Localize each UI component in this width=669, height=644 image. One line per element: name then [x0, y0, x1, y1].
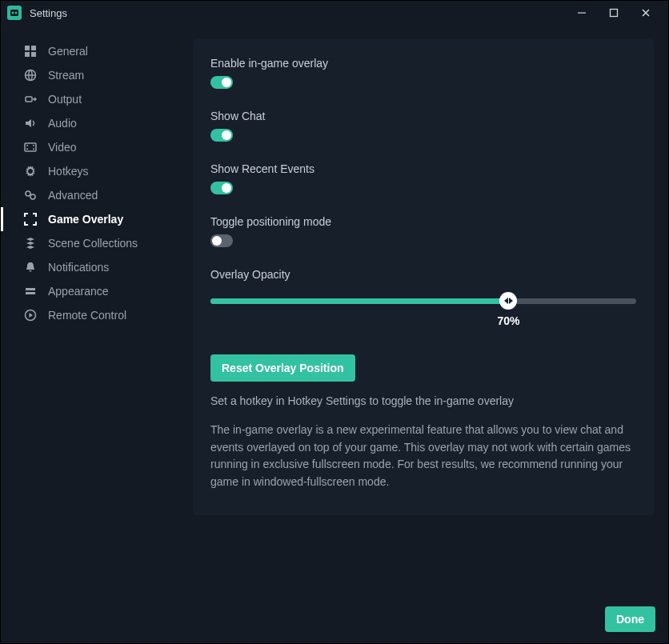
sidebar-item-label: Stream — [48, 69, 84, 82]
sidebar-item-game-overlay[interactable]: Game Overlay — [1, 207, 178, 231]
sidebar-item-label: Appearance — [48, 285, 109, 298]
slider-thumb-icon[interactable] — [499, 292, 517, 310]
svg-rect-11 — [25, 143, 36, 151]
settings-window: Settings General Stream Output Audio — [0, 0, 669, 644]
minimize-button[interactable] — [566, 2, 598, 24]
svg-rect-6 — [31, 46, 36, 50]
sidebar-item-label: Output — [48, 93, 82, 106]
svg-rect-13 — [26, 149, 28, 150]
audio-icon — [24, 117, 37, 130]
sidebar-item-label: Hotkeys — [48, 165, 89, 178]
toggle-positioning-toggle[interactable] — [210, 234, 233, 247]
svg-rect-8 — [31, 52, 36, 57]
svg-rect-14 — [33, 145, 34, 146]
sidebar-item-label: General — [48, 45, 88, 58]
overlay-opacity-label: Overlay Opacity — [210, 268, 636, 281]
done-button[interactable]: Done — [605, 606, 655, 632]
sidebar-item-label: Game Overlay — [48, 213, 123, 226]
svg-rect-10 — [26, 97, 32, 102]
sidebar-item-label: Scene Collections — [48, 237, 138, 250]
show-chat-toggle[interactable] — [210, 129, 233, 142]
sidebar-item-label: Advanced — [48, 189, 98, 202]
sidebar-item-advanced[interactable]: Advanced — [1, 183, 178, 207]
reset-overlay-position-button[interactable]: Reset Overlay Position — [210, 354, 355, 382]
globe-icon — [24, 69, 37, 82]
svg-point-2 — [15, 12, 18, 14]
show-recent-events-toggle[interactable] — [210, 182, 233, 194]
enable-overlay-label: Enable in-game overlay — [210, 57, 636, 70]
titlebar: Settings — [1, 1, 668, 25]
svg-rect-15 — [33, 149, 34, 150]
output-icon — [24, 93, 37, 106]
sidebar-item-output[interactable]: Output — [1, 87, 178, 111]
sidebar-item-general[interactable]: General — [1, 39, 178, 63]
gear-icon — [24, 165, 37, 178]
sidebar: General Stream Output Audio Video Hotkey — [1, 25, 178, 595]
toggle-positioning-label: Toggle positioning mode — [210, 215, 636, 228]
play-circle-icon — [24, 309, 37, 322]
sidebar-item-hotkeys[interactable]: Hotkeys — [1, 159, 178, 183]
sidebar-item-appearance[interactable]: Appearance — [1, 279, 178, 303]
app-icon — [7, 6, 22, 20]
sidebar-item-audio[interactable]: Audio — [1, 111, 178, 135]
show-chat-label: Show Chat — [210, 110, 636, 122]
svg-point-17 — [26, 191, 30, 196]
overlay-description-text: The in-game overlay is a new experimenta… — [210, 422, 636, 491]
svg-rect-4 — [611, 10, 618, 17]
svg-rect-19 — [26, 288, 35, 290]
expand-icon — [24, 213, 37, 226]
settings-panel: Enable in-game overlay Show Chat Show Re… — [193, 39, 654, 515]
sidebar-item-label: Notifications — [48, 261, 109, 274]
maximize-button[interactable] — [598, 2, 630, 24]
sidebar-item-label: Video — [48, 141, 77, 154]
grid-icon — [24, 45, 37, 58]
overlay-opacity-slider[interactable]: 70% — [210, 287, 636, 327]
overlay-opacity-value: 70% — [497, 314, 519, 327]
sidebar-item-scene-collections[interactable]: Scene Collections — [1, 231, 178, 255]
sidebar-item-notifications[interactable]: Notifications — [1, 255, 178, 279]
svg-point-1 — [12, 12, 14, 14]
hotkey-hint-text: Set a hotkey in Hotkey Settings to toggl… — [210, 394, 636, 407]
show-recent-events-label: Show Recent Events — [210, 162, 636, 175]
svg-rect-3 — [578, 13, 586, 14]
appearance-icon — [24, 285, 37, 298]
svg-rect-5 — [25, 46, 30, 50]
collections-icon — [24, 237, 37, 250]
svg-point-16 — [29, 170, 32, 173]
video-icon — [24, 141, 37, 154]
sidebar-item-stream[interactable]: Stream — [1, 63, 178, 87]
bell-icon — [24, 261, 37, 274]
svg-point-18 — [30, 194, 35, 199]
svg-rect-7 — [25, 52, 30, 57]
sidebar-item-label: Audio — [48, 117, 77, 130]
close-button[interactable] — [630, 2, 662, 24]
gears-icon — [24, 189, 37, 202]
window-title: Settings — [30, 7, 67, 19]
svg-rect-20 — [26, 292, 35, 294]
enable-overlay-toggle[interactable] — [210, 76, 233, 89]
svg-rect-12 — [26, 145, 28, 146]
sidebar-item-label: Remote Control — [48, 309, 126, 322]
sidebar-item-video[interactable]: Video — [1, 135, 178, 159]
sidebar-item-remote-control[interactable]: Remote Control — [1, 303, 178, 327]
footer: Done — [1, 595, 668, 643]
